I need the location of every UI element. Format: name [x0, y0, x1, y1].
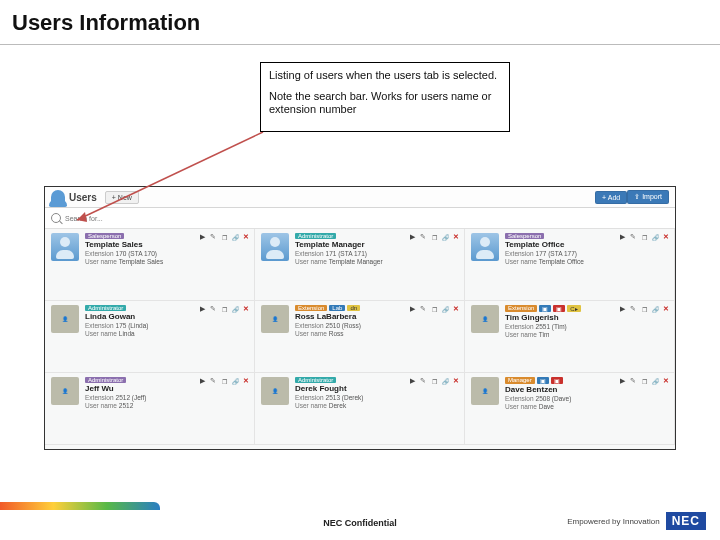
clone-icon[interactable] — [430, 305, 438, 313]
footer-right: Empowered by Innovation NEC — [567, 512, 706, 530]
search-row — [45, 208, 675, 229]
clone-icon[interactable] — [220, 377, 228, 385]
username-value: User nameRoss — [295, 330, 458, 338]
edit-icon[interactable] — [629, 377, 637, 385]
user-name: Linda Gowan — [85, 312, 248, 321]
play-icon[interactable]: ▶ — [618, 233, 626, 241]
role-badge: Administrator — [85, 305, 126, 311]
extension-value: Extension2513 (Derek) — [295, 394, 458, 402]
avatar: 👤 — [261, 305, 289, 333]
link-icon[interactable] — [441, 233, 449, 241]
username-value: User nameLinda — [85, 330, 248, 338]
delete-icon[interactable]: ✕ — [242, 377, 250, 385]
delete-icon[interactable]: ✕ — [452, 377, 460, 385]
role-badge: Administrator — [295, 377, 336, 383]
delete-icon[interactable]: ✕ — [452, 233, 460, 241]
username-value: User nameTim — [505, 331, 668, 339]
extension-value: Extension175 (Linda) — [85, 322, 248, 330]
user-name: Ross LaBarbera — [295, 312, 458, 321]
delete-icon[interactable]: ✕ — [662, 377, 670, 385]
callout-text-2: Note the search bar. Works for users nam… — [269, 90, 501, 116]
edit-icon[interactable] — [419, 233, 427, 241]
play-icon[interactable]: ▶ — [198, 233, 206, 241]
user-card: 👤Extension▣▣C▸Tim GingerishExtension2551… — [465, 301, 675, 373]
user-card: SalespersonTemplate SalesExtension170 (S… — [45, 229, 255, 301]
play-icon[interactable]: ▶ — [408, 377, 416, 385]
user-name: Tim Gingerish — [505, 313, 668, 322]
username-value: User nameTemplate Office — [505, 258, 668, 266]
play-icon[interactable]: ▶ — [198, 305, 206, 313]
edit-icon[interactable] — [419, 305, 427, 313]
role-badge: ▣ — [537, 377, 549, 384]
clone-icon[interactable] — [640, 377, 648, 385]
search-icon — [51, 213, 61, 223]
clone-icon[interactable] — [220, 233, 228, 241]
play-icon[interactable]: ▶ — [618, 377, 626, 385]
user-name: Template Office — [505, 240, 668, 249]
edit-icon[interactable] — [209, 305, 217, 313]
play-icon[interactable]: ▶ — [618, 305, 626, 313]
username-value: User nameDerek — [295, 402, 458, 410]
role-badge: Administrator — [85, 377, 126, 383]
edit-icon[interactable] — [629, 233, 637, 241]
user-card: 👤AdministratorLinda GowanExtension175 (L… — [45, 301, 255, 373]
avatar: 👤 — [261, 377, 289, 405]
link-icon[interactable] — [231, 305, 239, 313]
clone-icon[interactable] — [640, 233, 648, 241]
extension-value: Extension170 (STA 170) — [85, 250, 248, 258]
clone-icon[interactable] — [220, 305, 228, 313]
clone-icon[interactable] — [430, 377, 438, 385]
extension-value: Extension2510 (Ross) — [295, 322, 458, 330]
extension-value: Extension2551 (Tim) — [505, 323, 668, 331]
username-value: User nameTemplate Sales — [85, 258, 248, 266]
import-button[interactable]: ⇪ Import — [627, 190, 669, 204]
username-value: User nameDave — [505, 403, 668, 411]
user-card: 👤ExtensionLabdnRoss LaBarberaExtension25… — [255, 301, 465, 373]
role-badge: dn — [347, 305, 360, 311]
role-badge: Extension — [295, 305, 327, 311]
avatar — [471, 233, 499, 261]
extension-value: Extension177 (STA 177) — [505, 250, 668, 258]
role-badge: Salesperson — [505, 233, 544, 239]
play-icon[interactable]: ▶ — [198, 377, 206, 385]
edit-icon[interactable] — [209, 233, 217, 241]
avatar: 👤 — [471, 377, 499, 405]
link-icon[interactable] — [441, 305, 449, 313]
link-icon[interactable] — [231, 233, 239, 241]
edit-icon[interactable] — [629, 305, 637, 313]
nec-logo: NEC — [666, 512, 706, 530]
role-badge: ▣ — [551, 377, 563, 384]
delete-icon[interactable]: ✕ — [242, 233, 250, 241]
callout-box: Listing of users when the users tab is s… — [260, 62, 510, 132]
add-button[interactable]: + Add — [595, 191, 627, 204]
avatar: 👤 — [471, 305, 499, 333]
extension-value: Extension2512 (Jeff) — [85, 394, 248, 402]
link-icon[interactable] — [651, 377, 659, 385]
user-card: 👤AdministratorDerek FoughtExtension2513 … — [255, 373, 465, 445]
page-title: Users Information — [0, 0, 720, 42]
username-value: User name2512 — [85, 402, 248, 410]
edit-icon[interactable] — [419, 377, 427, 385]
user-name: Dave Bentzen — [505, 385, 668, 394]
role-badge: Extension — [505, 305, 537, 312]
delete-icon[interactable]: ✕ — [242, 305, 250, 313]
play-icon[interactable]: ▶ — [408, 305, 416, 313]
clone-icon[interactable] — [430, 233, 438, 241]
user-card: 👤AdministratorJeff WuExtension2512 (Jeff… — [45, 373, 255, 445]
link-icon[interactable] — [441, 377, 449, 385]
edit-icon[interactable] — [209, 377, 217, 385]
search-input[interactable] — [65, 215, 205, 222]
clone-icon[interactable] — [640, 305, 648, 313]
avatar: 👤 — [51, 377, 79, 405]
delete-icon[interactable]: ✕ — [662, 233, 670, 241]
play-icon[interactable]: ▶ — [408, 233, 416, 241]
link-icon[interactable] — [231, 377, 239, 385]
new-button[interactable]: + New — [105, 191, 139, 204]
delete-icon[interactable]: ✕ — [452, 305, 460, 313]
link-icon[interactable] — [651, 305, 659, 313]
user-name: Derek Fought — [295, 384, 458, 393]
avatar — [261, 233, 289, 261]
delete-icon[interactable]: ✕ — [662, 305, 670, 313]
link-icon[interactable] — [651, 233, 659, 241]
user-card: SalespersonTemplate OfficeExtension177 (… — [465, 229, 675, 301]
